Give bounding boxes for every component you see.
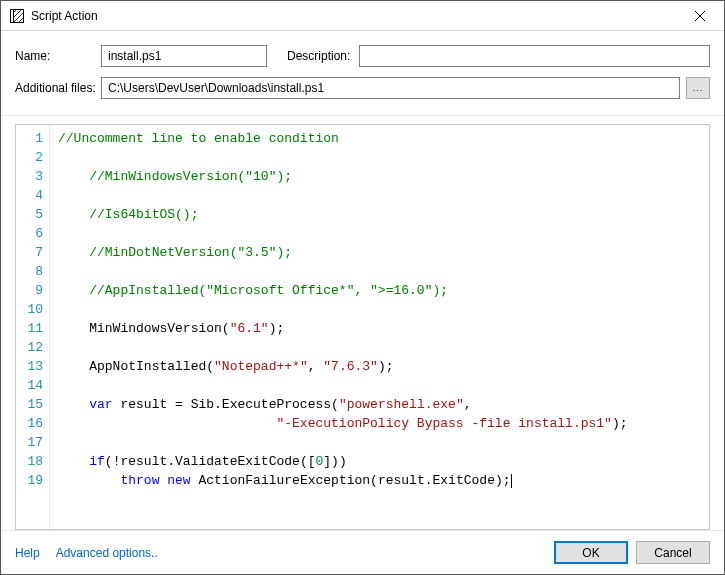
line-number: 8 <box>18 262 43 281</box>
line-number: 18 <box>18 452 43 471</box>
code-line[interactable] <box>58 224 701 243</box>
code-line[interactable]: "-ExecutionPolicy Bypass -file install.p… <box>58 414 701 433</box>
svg-rect-1 <box>13 9 14 22</box>
advanced-options-link[interactable]: Advanced options.. <box>56 546 158 560</box>
code-line[interactable]: throw new ActionFailureException(result.… <box>58 471 701 490</box>
window-title: Script Action <box>31 9 677 23</box>
code-line[interactable]: AppNotInstalled("Notepad++*", "7.6.3"); <box>58 357 701 376</box>
script-action-window: Script Action Name: Description: Additio… <box>0 0 725 575</box>
line-number: 7 <box>18 243 43 262</box>
line-number: 15 <box>18 395 43 414</box>
form-area: Name: Description: Additional files: ... <box>1 31 724 116</box>
line-number: 4 <box>18 186 43 205</box>
code-line[interactable] <box>58 376 701 395</box>
line-number: 17 <box>18 433 43 452</box>
additional-files-input[interactable] <box>101 77 680 99</box>
name-input[interactable] <box>101 45 267 67</box>
line-number: 6 <box>18 224 43 243</box>
titlebar: Script Action <box>1 1 724 31</box>
svg-rect-0 <box>11 9 24 22</box>
code-line[interactable]: //Uncomment line to enable condition <box>58 129 701 148</box>
code-line[interactable]: //MinDotNetVersion("3.5"); <box>58 243 701 262</box>
line-number: 10 <box>18 300 43 319</box>
description-input[interactable] <box>359 45 710 67</box>
code-line[interactable]: MinWindowsVersion("6.1"); <box>58 319 701 338</box>
code-line[interactable] <box>58 186 701 205</box>
cancel-button[interactable]: Cancel <box>636 541 710 564</box>
footer: Help Advanced options.. OK Cancel <box>1 530 724 574</box>
help-link[interactable]: Help <box>15 546 40 560</box>
caret <box>511 474 512 488</box>
line-number: 2 <box>18 148 43 167</box>
ok-button[interactable]: OK <box>554 541 628 564</box>
browse-button[interactable]: ... <box>686 77 710 99</box>
app-icon <box>9 8 25 24</box>
line-number: 19 <box>18 471 43 490</box>
code-line[interactable]: //Is64bitOS(); <box>58 205 701 224</box>
code-line[interactable]: var result = Sib.ExecuteProcess("powersh… <box>58 395 701 414</box>
code-line[interactable]: //AppInstalled("Microsoft Office*", ">=1… <box>58 281 701 300</box>
line-number: 14 <box>18 376 43 395</box>
line-number: 1 <box>18 129 43 148</box>
description-label: Description: <box>287 49 359 63</box>
line-number: 5 <box>18 205 43 224</box>
code-area[interactable]: //Uncomment line to enable condition //M… <box>50 125 709 529</box>
close-button[interactable] <box>677 2 722 30</box>
code-editor[interactable]: 12345678910111213141516171819 //Uncommen… <box>15 124 710 530</box>
code-line[interactable] <box>58 300 701 319</box>
line-number: 9 <box>18 281 43 300</box>
line-number: 11 <box>18 319 43 338</box>
name-label: Name: <box>15 49 101 63</box>
line-number: 3 <box>18 167 43 186</box>
code-line[interactable] <box>58 148 701 167</box>
code-line[interactable] <box>58 433 701 452</box>
code-line[interactable]: //MinWindowsVersion("10"); <box>58 167 701 186</box>
code-line[interactable] <box>58 262 701 281</box>
additional-files-label: Additional files: <box>15 81 101 95</box>
line-number: 13 <box>18 357 43 376</box>
line-number: 12 <box>18 338 43 357</box>
code-line[interactable] <box>58 338 701 357</box>
line-gutter: 12345678910111213141516171819 <box>16 125 50 529</box>
line-number: 16 <box>18 414 43 433</box>
code-line[interactable]: if(!result.ValidateExitCode([0])) <box>58 452 701 471</box>
